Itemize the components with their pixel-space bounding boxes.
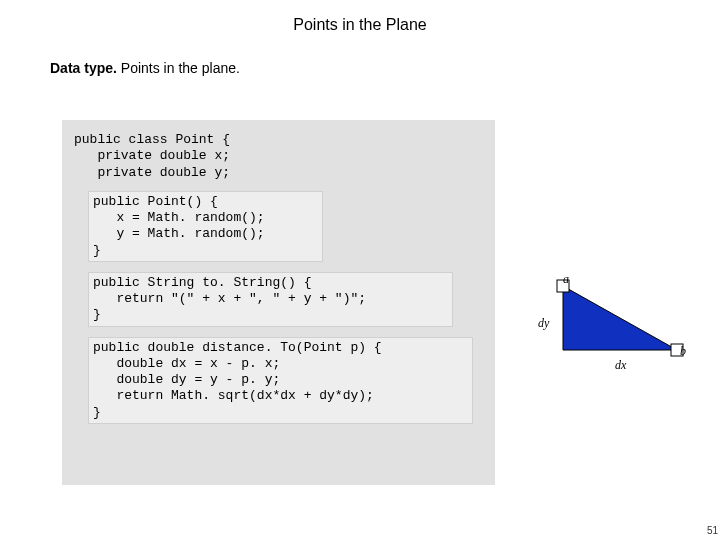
code-constructor-block: public Point() { x = Math. random(); y =… bbox=[88, 191, 323, 262]
code-tostring-block: public String to. String() { return "(" … bbox=[88, 272, 453, 327]
code-panel: public class Point { private double x; p… bbox=[62, 120, 495, 485]
page-number: 51 bbox=[707, 525, 718, 536]
triangle-icon bbox=[555, 278, 685, 358]
code-distance: public double distance. To(Point p) { do… bbox=[93, 340, 468, 421]
figure-label-b: b bbox=[680, 344, 686, 359]
page-title: Points in the Plane bbox=[0, 0, 720, 34]
subtitle-rest: Points in the plane. bbox=[117, 60, 240, 76]
subtitle-bold: Data type. bbox=[50, 60, 117, 76]
code-class-head: public class Point { private double x; p… bbox=[74, 132, 487, 181]
distance-figure: a b dx dy bbox=[535, 278, 685, 378]
code-constructor: public Point() { x = Math. random(); y =… bbox=[93, 194, 318, 259]
figure-label-dx: dx bbox=[615, 358, 626, 373]
svg-marker-0 bbox=[563, 286, 677, 350]
figure-label-dy: dy bbox=[538, 316, 549, 331]
figure-label-a: a bbox=[563, 272, 569, 287]
code-distance-block: public double distance. To(Point p) { do… bbox=[88, 337, 473, 424]
subtitle: Data type. Points in the plane. bbox=[0, 34, 720, 76]
code-tostring: public String to. String() { return "(" … bbox=[93, 275, 448, 324]
